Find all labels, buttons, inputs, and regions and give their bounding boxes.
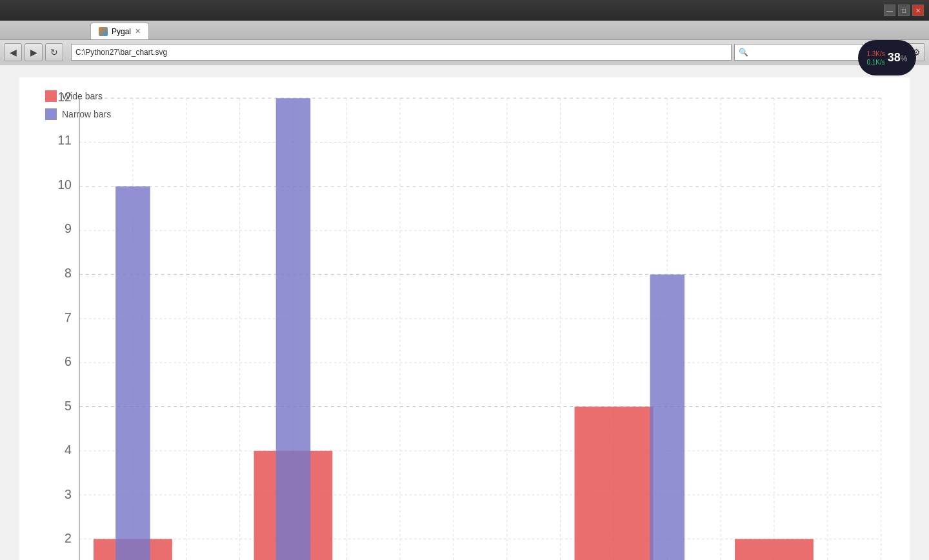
active-tab[interactable]: Pygal ✕ [90, 23, 149, 39]
wide-bar-13 [735, 539, 814, 560]
svg-text:8: 8 [65, 266, 72, 280]
search-icon: 🔍 [739, 48, 748, 57]
search-box[interactable]: 🔍 [734, 44, 863, 61]
refresh-button[interactable]: ↻ [45, 43, 63, 61]
chart-container: Wide bars Narrow bars [19, 77, 910, 560]
svg-text:3: 3 [65, 487, 72, 501]
tab-bar: Pygal ✕ [0, 21, 929, 40]
speed-info: 1.3K/s 0.1K/s [866, 50, 884, 66]
address-text: C:\Python27\bar_chart.svg [75, 48, 727, 57]
svg-text:5: 5 [65, 399, 72, 413]
chart-svg: 12 11 10 9 8 7 6 5 4 3 2 1 0 0 1 2 3 4 5… [32, 90, 897, 560]
close-button[interactable]: ✕ [912, 5, 924, 16]
legend-item-wide: Wide bars [45, 90, 111, 102]
tab-label: Pygal [112, 27, 131, 36]
legend-label-wide: Wide bars [62, 91, 103, 101]
legend-swatch-narrow [45, 108, 57, 120]
upload-speed: 0.1K/s [866, 59, 884, 66]
legend-item-narrow: Narrow bars [45, 108, 111, 120]
svg-text:11: 11 [57, 133, 72, 147]
svg-text:10: 10 [57, 177, 72, 192]
speed-percent-value: 38 [888, 51, 901, 65]
svg-text:4: 4 [65, 443, 72, 457]
forward-button[interactable]: ▶ [25, 43, 43, 61]
tab-favicon [99, 27, 108, 36]
legend-label-narrow: Narrow bars [62, 109, 111, 119]
maximize-button[interactable]: □ [898, 5, 910, 16]
content-area: Wide bars Narrow bars [0, 65, 929, 560]
svg-text:2: 2 [65, 531, 72, 545]
svg-text:9: 9 [65, 221, 72, 235]
browser-toolbar: ◀ ▶ ↻ C:\Python27\bar_chart.svg 🔍 🏠 ⭐ ⚙ [0, 40, 929, 65]
legend-swatch-wide [45, 90, 57, 102]
chart-legend: Wide bars Narrow bars [45, 90, 111, 120]
address-bar[interactable]: C:\Python27\bar_chart.svg [71, 44, 732, 61]
narrow-bar-4 [276, 98, 311, 560]
minimize-button[interactable]: — [884, 5, 895, 16]
download-speed: 1.3K/s [866, 50, 884, 57]
svg-text:7: 7 [65, 310, 72, 324]
narrow-bar-11 [650, 274, 684, 560]
tab-close-button[interactable]: ✕ [135, 27, 141, 35]
speed-percent-display: 38 % [888, 51, 908, 65]
speed-percent-sign: % [901, 54, 908, 63]
back-button[interactable]: ◀ [4, 43, 22, 61]
wide-bar-10 [575, 406, 654, 560]
svg-text:6: 6 [65, 354, 72, 368]
narrow-bar-1 [115, 186, 150, 560]
speed-widget: 1.3K/s 0.1K/s 38 % [858, 40, 916, 75]
titlebar: — □ ✕ [0, 0, 929, 21]
